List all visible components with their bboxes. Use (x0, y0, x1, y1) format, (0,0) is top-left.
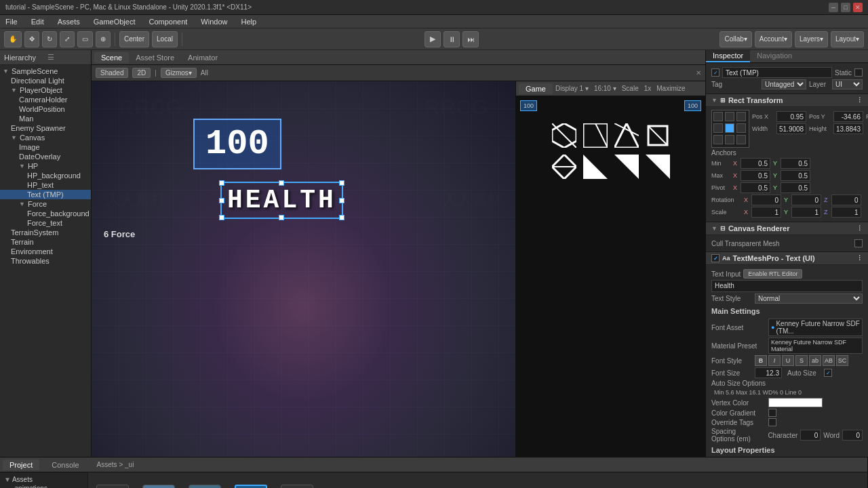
tree-item-dateoverlay[interactable]: DateOverlay (0, 152, 91, 161)
rotate-tool[interactable]: ↻ (42, 31, 57, 47)
tab-animator[interactable]: Animator (181, 52, 224, 63)
menu-file[interactable]: File (3, 18, 20, 26)
menu-gameobject[interactable]: GameObject (91, 18, 138, 26)
tree-animations[interactable]: _animations (3, 484, 85, 488)
bold-button[interactable]: B (755, 355, 767, 366)
enable-rtl-button[interactable]: Enable RTL Editor (743, 269, 802, 279)
tree-item-hptext[interactable]: HP_text (0, 180, 91, 190)
override-tags-checkbox[interactable] (768, 418, 776, 426)
asset-kenneyfont1[interactable]: F Kenney Fu... (231, 485, 271, 488)
canvas-renderer-options[interactable]: ⋮ (856, 225, 863, 232)
font-size-field[interactable] (755, 367, 782, 378)
local-button[interactable]: Local (152, 31, 178, 47)
minimize-button[interactable]: ─ (829, 3, 838, 12)
tree-assets[interactable]: ▼ Assets (3, 475, 85, 484)
account-button[interactable]: Account▾ (755, 31, 792, 47)
material-preset-value[interactable]: Kenney Future Narrow SDF Material (768, 338, 863, 354)
max-y-field[interactable] (781, 170, 810, 181)
tree-item-hp[interactable]: ▼ HP (0, 161, 91, 171)
vertex-color-swatch[interactable] (768, 398, 823, 407)
posy-field[interactable] (833, 111, 863, 122)
asset-glasspanel2[interactable]: glassPanel... (184, 485, 225, 488)
menu-component[interactable]: Component (146, 18, 190, 26)
tree-item-man[interactable]: Man (0, 114, 91, 123)
transform-tool[interactable]: ⊕ (96, 31, 111, 47)
foldout-icon2[interactable]: ▼ (711, 225, 717, 232)
tree-item-terrain[interactable]: Terrain (0, 237, 91, 247)
tree-item-texttmp[interactable]: Text (TMP) (0, 190, 91, 199)
close-scene[interactable]: ✕ (696, 69, 701, 77)
rot-x-field[interactable] (751, 195, 781, 205)
center-button[interactable]: Center (119, 31, 149, 47)
maximize-button[interactable]: Maximize (654, 83, 688, 94)
2d-button[interactable]: 2D (132, 68, 151, 78)
max-x-field[interactable] (741, 170, 770, 181)
tab-project[interactable]: Project (3, 460, 39, 470)
tree-item-enemyspawner[interactable]: Enemy Spawner (0, 123, 91, 133)
active-checkbox[interactable] (711, 68, 719, 77)
rect-options-btn[interactable]: ⋮ (856, 97, 863, 104)
rot-z-field[interactable] (831, 195, 861, 205)
menu-window[interactable]: Window (198, 18, 230, 26)
tree-item-terrainsys[interactable]: TerrainSystem (0, 228, 91, 237)
tag-selector[interactable]: Untagged (762, 79, 806, 89)
tree-item-worldpos[interactable]: WorldPosition (0, 104, 91, 114)
tab-inspector[interactable]: Inspector (706, 50, 750, 62)
collab-button[interactable]: Collab▾ (719, 31, 751, 47)
posx-field[interactable] (776, 111, 806, 122)
scene-viewport[interactable]: RRCG RRCG 人人素材 人人素材 100 (92, 81, 515, 457)
gizmos-button[interactable]: Gizmos▾ (161, 68, 197, 78)
auto-size-checkbox[interactable] (824, 369, 832, 377)
strikethrough-button[interactable]: S (795, 355, 808, 366)
tree-item-samplescene[interactable]: ▼ SampleScene (0, 66, 91, 76)
tree-item-cameraholder[interactable]: CameraHolder (0, 95, 91, 104)
min-y-field[interactable] (781, 158, 810, 169)
menu-help[interactable]: Help (238, 18, 259, 26)
menu-assets[interactable]: Assets (55, 18, 83, 26)
tree-item-canvas[interactable]: ▼ Canvas (0, 133, 91, 142)
pivot-y-field[interactable] (781, 182, 810, 193)
scale-tool[interactable]: ⤢ (60, 31, 75, 47)
layout-button[interactable]: Layout▾ (831, 31, 864, 47)
asset-glasspanel1[interactable]: glassPanel... (138, 485, 179, 488)
tree-item-image[interactable]: Image (0, 142, 91, 152)
layers-button[interactable]: Layers▾ (795, 31, 828, 47)
shaded-button[interactable]: Shaded (96, 68, 128, 78)
asset-crosshair[interactable]: crosshair_w... (92, 485, 133, 488)
tree-item-environment[interactable]: Environment (0, 247, 91, 256)
lowercase-button[interactable]: ab (809, 355, 821, 366)
move-tool[interactable]: ✥ (24, 31, 39, 47)
char-spacing-field[interactable] (800, 430, 821, 441)
font-asset-field[interactable]: ● Kenney Future Narrow SDF (TM... (768, 319, 863, 336)
static-checkbox[interactable] (854, 68, 863, 77)
tree-item-throwables[interactable]: Throwables (0, 256, 91, 266)
pivot-x-field[interactable] (741, 182, 770, 193)
close-button[interactable]: ✕ (853, 3, 863, 12)
tree-item-playerobj[interactable]: ▼ PlayerObject (0, 85, 91, 95)
layer-selector[interactable]: UI (832, 79, 863, 89)
scale-x-field[interactable] (751, 207, 781, 218)
tab-game[interactable]: Game (519, 83, 553, 94)
scale-y-field[interactable] (791, 207, 821, 218)
tree-item-force[interactable]: ▼ Force (0, 199, 91, 209)
foldout-icon[interactable]: ▼ (711, 97, 717, 104)
asset-kenneyfont2[interactable]: Aa Kenney Fu... (277, 485, 317, 488)
pause-button[interactable]: ⏸ (443, 31, 460, 47)
underline-button[interactable]: U (782, 355, 794, 366)
object-name-field[interactable] (722, 67, 832, 78)
hierarchy-menu-btn[interactable]: ☰ (47, 53, 87, 62)
smallcaps-button[interactable]: SC (836, 355, 848, 366)
tab-navigation[interactable]: Navigation (750, 50, 799, 62)
tree-item-hpbg[interactable]: HP_background (0, 171, 91, 180)
resolution-selector[interactable]: 16:10 ▾ (591, 83, 619, 94)
rect-tool[interactable]: ▭ (77, 31, 93, 47)
color-gradient-checkbox[interactable] (768, 409, 776, 417)
cull-checkbox[interactable] (854, 239, 863, 247)
tab-console[interactable]: Console (45, 460, 85, 470)
step-button[interactable]: ⏭ (462, 31, 479, 47)
menu-edit[interactable]: Edit (28, 18, 47, 26)
anchor-grid[interactable] (711, 110, 749, 148)
italic-button[interactable]: I (768, 355, 781, 366)
tree-item-dirlight[interactable]: Directional Light (0, 76, 91, 85)
scale-z-field[interactable] (831, 207, 861, 218)
